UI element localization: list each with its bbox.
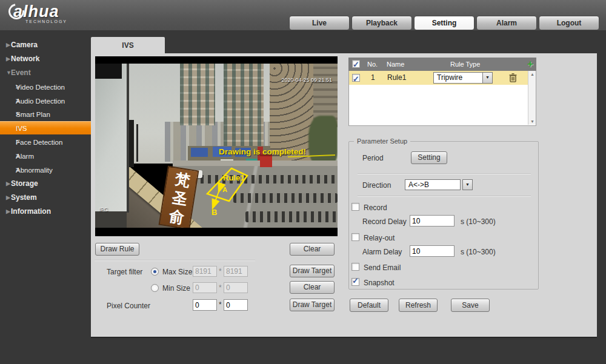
rule-table-scrollbar[interactable]: ▲ ▼	[528, 71, 536, 125]
max-height-input[interactable]	[224, 266, 248, 277]
record-label: Record	[364, 204, 387, 212]
direction-label-b: B	[211, 208, 217, 217]
asterisk: *	[219, 300, 222, 309]
save-button[interactable]: Save	[451, 299, 490, 312]
rule-row-checkbox[interactable]: ✓	[352, 74, 360, 82]
sidebar-item-storage[interactable]: ▶Storage	[0, 177, 91, 190]
add-rule-icon[interactable]: +	[527, 58, 533, 70]
min-width-input[interactable]	[193, 282, 217, 293]
direction-dropdown-arrow[interactable]: ▼	[462, 179, 473, 190]
divider	[358, 173, 531, 174]
sidebar-item-system[interactable]: ▶System	[0, 191, 91, 204]
sidebar-item-ivs[interactable]: >IVS	[0, 121, 91, 134]
chevron-right-icon: >	[0, 149, 16, 162]
refresh-button[interactable]: Refresh	[399, 299, 438, 312]
column-rule-type: Rule Type	[450, 58, 480, 71]
sidebar-item-event[interactable]: ▼Event	[0, 66, 91, 79]
rule-name-label: Rule1	[223, 173, 244, 182]
record-checkbox[interactable]: ✓	[351, 203, 359, 211]
max-size-label: Max Size	[162, 268, 192, 276]
triangle-right-icon: ▶	[0, 38, 11, 51]
draw-target-pixel-button[interactable]: Draw Target	[290, 299, 335, 311]
triangle-right-icon: ▶	[0, 177, 11, 190]
check-icon: ✓	[352, 276, 359, 285]
triangle-right-icon: ▶	[0, 205, 11, 218]
send-email-checkbox[interactable]: ✓	[351, 263, 359, 271]
dropdown-arrow-icon[interactable]: ▼	[463, 180, 472, 190]
asterisk: *	[219, 283, 222, 292]
pixel-width-input[interactable]	[193, 299, 217, 311]
relay-out-checkbox[interactable]: ✓	[351, 233, 359, 241]
column-no: No.	[367, 58, 378, 71]
sidebar-item-alarm[interactable]: >Alarm	[0, 149, 91, 162]
direction-dropdown[interactable]: A<->B	[405, 179, 461, 190]
sidebar-item-face-detection[interactable]: >Face Detection	[0, 135, 91, 148]
send-email-label: Send Email	[364, 263, 401, 272]
parameter-setup-legend: Parameter Setup	[354, 137, 410, 145]
direction-label: Direction	[362, 181, 391, 190]
dahua-logo: alhua TECHNOLOGY	[10, 2, 67, 24]
sidebar-item-audio-detection[interactable]: >Audio Detection	[0, 94, 91, 107]
rule-overlay: Drawing is completed! Rule1 A B	[95, 56, 338, 236]
period-label: Period	[362, 154, 384, 162]
logo-text: alhua	[10, 2, 67, 21]
content-tab-ivs[interactable]: IVS	[91, 37, 165, 53]
sidebar-item-network[interactable]: ▶Network	[0, 52, 91, 65]
sidebar-item-camera[interactable]: ▶Camera	[0, 38, 91, 51]
record-delay-input[interactable]	[410, 215, 454, 227]
column-name: Name	[387, 58, 404, 71]
rule-no-cell: 1	[371, 71, 375, 85]
pixel-height-input[interactable]	[224, 299, 248, 311]
osd-drawing-completed-text: Drawing is completed!	[219, 147, 306, 156]
rule-name-cell: Rule1	[387, 71, 406, 85]
divider	[95, 260, 255, 260]
select-all-checkbox[interactable]: ✓	[352, 60, 360, 68]
chevron-right-icon: >	[0, 121, 16, 134]
rule-table-row[interactable]: ✓ 1 Rule1 Tripwire ▼	[349, 71, 528, 85]
min-height-input[interactable]	[224, 282, 248, 293]
pixel-counter-label: Pixel Counter	[107, 302, 150, 310]
tab-playback[interactable]: Playback	[351, 16, 412, 30]
default-button[interactable]: Default	[350, 299, 388, 312]
min-size-radio[interactable]	[151, 284, 159, 292]
scroll-up-icon[interactable]: ▲	[528, 72, 536, 76]
max-width-input[interactable]	[193, 266, 217, 277]
rule-type-dropdown[interactable]: Tripwire ▼	[433, 72, 493, 84]
target-filter-label: Target filter	[107, 268, 142, 276]
max-size-radio[interactable]	[151, 268, 159, 276]
rule-table-body: ✓ 1 Rule1 Tripwire ▼ ▲ ▼	[348, 71, 536, 126]
tab-logout[interactable]: Logout	[539, 16, 599, 30]
scroll-down-icon[interactable]: ▼	[528, 119, 536, 124]
chevron-right-icon: >	[0, 135, 16, 148]
triangle-down-icon: ▼	[0, 66, 11, 79]
triangle-right-icon: ▶	[0, 191, 11, 204]
tab-setting[interactable]: Setting	[414, 16, 474, 30]
chevron-right-icon: >	[0, 94, 16, 107]
snapshot-checkbox[interactable]: ✓	[351, 278, 359, 286]
delete-rule-icon[interactable]	[509, 73, 517, 82]
sidebar-item-smart-plan[interactable]: >Smart Plan	[0, 107, 91, 121]
alarm-delay-unit: s (10~300)	[461, 248, 496, 256]
check-icon: ✓	[353, 58, 359, 71]
draw-rule-button[interactable]: Draw Rule	[95, 243, 139, 256]
chevron-right-icon: >	[0, 163, 16, 176]
period-setting-button[interactable]: Setting	[411, 151, 447, 164]
snapshot-label: Snapshot	[364, 279, 395, 287]
draw-target-max-button[interactable]: Draw Target	[290, 265, 335, 277]
sidebar-item-information[interactable]: ▶Information	[0, 205, 91, 218]
chevron-right-icon: >	[0, 80, 16, 93]
asterisk: *	[219, 267, 222, 276]
clear-target-button[interactable]: Clear	[290, 281, 335, 294]
chevron-right-icon: >	[0, 107, 16, 121]
sidebar-item-video-detection[interactable]: >Video Detection	[0, 80, 91, 93]
direction-label-a: A	[222, 186, 227, 193]
sidebar-item-abnormality[interactable]: >Abnormality	[0, 163, 91, 176]
dropdown-arrow-icon[interactable]: ▼	[482, 73, 492, 83]
tab-alarm[interactable]: Alarm	[476, 16, 537, 30]
top-header-bar: alhua TECHNOLOGY Live Playback Setting A…	[0, 0, 606, 30]
tab-live[interactable]: Live	[289, 16, 350, 30]
video-preview-canvas[interactable]: 梵圣俞 2020-04-25 09:21:51 IPC Drawing is c…	[95, 56, 338, 236]
alarm-delay-input[interactable]	[410, 245, 454, 257]
clear-rule-button[interactable]: Clear	[290, 243, 335, 256]
min-size-label: Min Size	[162, 284, 190, 293]
